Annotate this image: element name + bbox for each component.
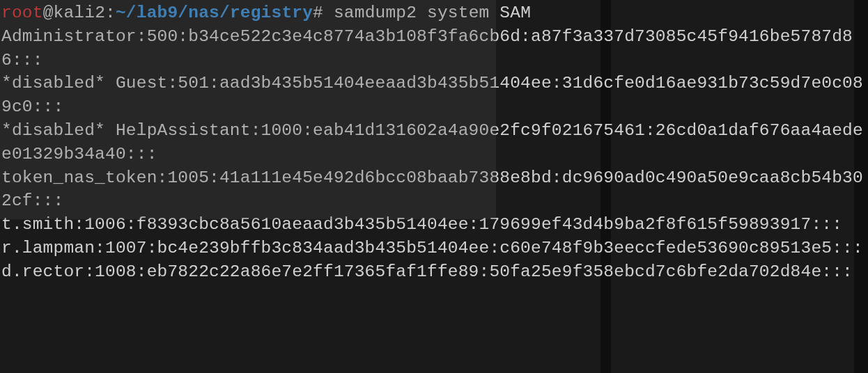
prompt-path: ~/lab9/nas/registry	[116, 3, 313, 22]
terminal-output[interactable]: root@kali2:~/lab9/nas/registry# samdump2…	[0, 0, 868, 284]
prompt-user: root	[1, 3, 43, 22]
prompt-at: @	[43, 3, 54, 22]
command-text: samdump2 system SAM	[334, 3, 531, 22]
prompt-host: kali2	[54, 3, 106, 22]
prompt-end: #	[313, 3, 334, 22]
prompt-colon: :	[105, 3, 116, 22]
command-output: Administrator:500:b34ce522c3e4c8774a3b10…	[1, 27, 863, 281]
